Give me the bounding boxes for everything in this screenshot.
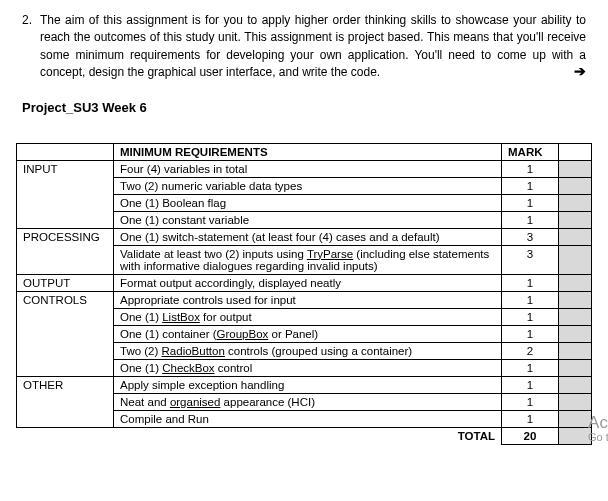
req-cell: Apply simple exception handling: [114, 376, 502, 393]
header-mark: MARK: [502, 143, 559, 160]
check-cell: [559, 211, 592, 228]
check-cell: [559, 228, 592, 245]
category-output: OUTPUT: [17, 274, 114, 291]
check-cell: [559, 410, 592, 427]
req-cell: One (1) Boolean flag: [114, 194, 502, 211]
project-title: Project_SU3 Week 6: [22, 100, 586, 115]
category-processing: PROCESSING: [17, 228, 114, 245]
mark-cell: 1: [502, 177, 559, 194]
category-blank: [17, 308, 114, 325]
category-blank: [17, 393, 114, 410]
header-check: [559, 143, 592, 160]
intro-number: 2.: [22, 12, 40, 82]
arrow-right-icon: ➔: [574, 61, 586, 81]
mark-cell: 1: [502, 376, 559, 393]
mark-cell: 3: [502, 245, 559, 274]
mark-cell: 1: [502, 160, 559, 177]
mark-cell: 3: [502, 228, 559, 245]
category-blank: [17, 410, 114, 427]
category-blank: [17, 211, 114, 228]
table-row: PROCESSING One (1) switch-statement (at …: [17, 228, 592, 245]
table-header-row: MINIMUM REQUIREMENTS MARK: [17, 143, 592, 160]
check-cell: [559, 359, 592, 376]
req-cell: Two (2) numeric variable data types: [114, 177, 502, 194]
mark-cell: 1: [502, 393, 559, 410]
mark-cell: 1: [502, 410, 559, 427]
category-blank: [17, 359, 114, 376]
req-cell: One (1) constant variable: [114, 211, 502, 228]
category-blank: [17, 342, 114, 359]
check-cell: [559, 160, 592, 177]
table-row: OTHER Apply simple exception handling 1: [17, 376, 592, 393]
mark-cell: 1: [502, 308, 559, 325]
check-cell: [559, 245, 592, 274]
table-row: OUTPUT Format output accordingly, displa…: [17, 274, 592, 291]
table-row: INPUT Four (4) variables in total 1: [17, 160, 592, 177]
check-cell: [559, 308, 592, 325]
req-cell: One (1) switch-statement (at least four …: [114, 228, 502, 245]
table-row: Two (2) numeric variable data types 1: [17, 177, 592, 194]
check-cell: [559, 342, 592, 359]
table-row: CONTROLS Appropriate controls used for i…: [17, 291, 592, 308]
check-cell: [559, 274, 592, 291]
category-controls: CONTROLS: [17, 291, 114, 308]
req-cell: Two (2) RadioButton controls (grouped us…: [114, 342, 502, 359]
intro-text: The aim of this assignment is for you to…: [40, 13, 586, 79]
table-row: Neat and organised appearance (HCI) 1: [17, 393, 592, 410]
mark-cell: 1: [502, 325, 559, 342]
req-cell: One (1) CheckBox control: [114, 359, 502, 376]
header-blank: [17, 143, 114, 160]
req-cell: One (1) container (GroupBox or Panel): [114, 325, 502, 342]
check-cell: [559, 177, 592, 194]
check-cell: [559, 291, 592, 308]
table-row: One (1) container (GroupBox or Panel) 1: [17, 325, 592, 342]
total-label: TOTAL: [17, 427, 502, 444]
mark-cell: 1: [502, 194, 559, 211]
table-row: One (1) constant variable 1: [17, 211, 592, 228]
intro-paragraph: 2. The aim of this assignment is for you…: [22, 12, 586, 82]
table-row: One (1) Boolean flag 1: [17, 194, 592, 211]
mark-cell: 1: [502, 274, 559, 291]
table-row: One (1) CheckBox control 1: [17, 359, 592, 376]
req-cell: Format output accordingly, displayed nea…: [114, 274, 502, 291]
req-cell: Neat and organised appearance (HCI): [114, 393, 502, 410]
category-blank: [17, 325, 114, 342]
req-cell: Four (4) variables in total: [114, 160, 502, 177]
check-cell: [559, 325, 592, 342]
table-row: One (1) ListBox for output 1: [17, 308, 592, 325]
req-cell: Compile and Run: [114, 410, 502, 427]
category-other: OTHER: [17, 376, 114, 393]
check-cell: [559, 376, 592, 393]
check-cell: [559, 393, 592, 410]
table-row: Validate at least two (2) inputs using T…: [17, 245, 592, 274]
category-input: INPUT: [17, 160, 114, 177]
table-row: Two (2) RadioButton controls (grouped us…: [17, 342, 592, 359]
check-cell: [559, 427, 592, 444]
mark-cell: 2: [502, 342, 559, 359]
req-cell: One (1) ListBox for output: [114, 308, 502, 325]
req-cell: Validate at least two (2) inputs using T…: [114, 245, 502, 274]
category-blank: [17, 194, 114, 211]
category-blank: [17, 177, 114, 194]
mark-cell: 1: [502, 291, 559, 308]
total-value: 20: [502, 427, 559, 444]
total-row: TOTAL 20: [17, 427, 592, 444]
mark-cell: 1: [502, 211, 559, 228]
check-cell: [559, 194, 592, 211]
requirements-table: MINIMUM REQUIREMENTS MARK INPUT Four (4)…: [16, 143, 592, 445]
header-requirements: MINIMUM REQUIREMENTS: [114, 143, 502, 160]
mark-cell: 1: [502, 359, 559, 376]
category-blank: [17, 245, 114, 274]
req-cell: Appropriate controls used for input: [114, 291, 502, 308]
table-row: Compile and Run 1: [17, 410, 592, 427]
